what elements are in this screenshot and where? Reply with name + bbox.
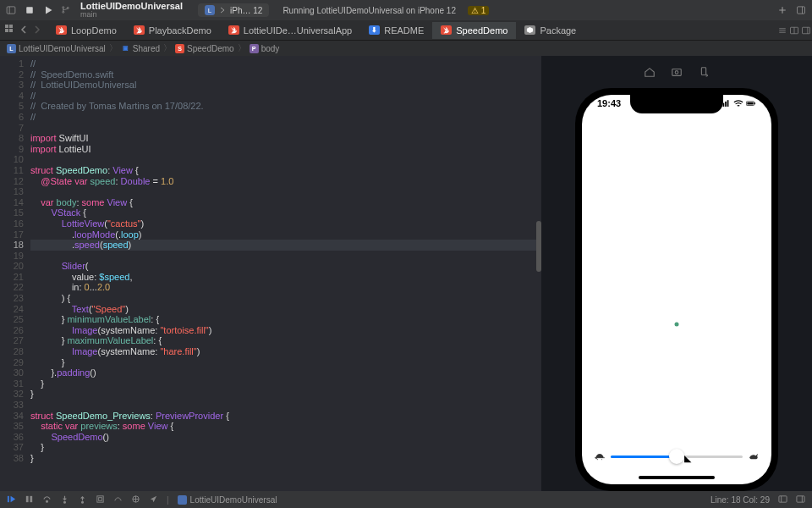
tab-label: Package — [540, 25, 576, 36]
rotate-icon[interactable] — [698, 66, 710, 80]
svg-rect-25 — [747, 102, 753, 104]
slider-thumb[interactable] — [669, 449, 684, 464]
tab-readme[interactable]: ⬇README — [360, 22, 432, 39]
stop-button[interactable] — [24, 4, 36, 16]
simulator-screen[interactable]: 19:43 ◣ — [582, 95, 771, 484]
svg-point-32 — [64, 501, 66, 503]
titlebar: LottieUIDemoUniversal main L iPh… 12 Run… — [0, 0, 812, 20]
tab-forward-button[interactable] — [32, 25, 42, 36]
scheme-selector[interactable]: L iPh… 12 — [198, 3, 269, 17]
debug-stepover-button[interactable] — [42, 494, 52, 505]
scrollbar-thumb[interactable] — [536, 221, 541, 272]
breadcrumb-item[interactable]: Pbody — [250, 44, 280, 53]
simulator-toolbar — [541, 63, 812, 83]
home-indicator[interactable] — [639, 476, 715, 479]
svg-point-33 — [82, 501, 84, 503]
svg-rect-35 — [99, 497, 102, 500]
svg-rect-17 — [672, 69, 682, 76]
branch-icon — [61, 5, 70, 16]
warning-badge[interactable]: ⚠ 1 — [468, 6, 489, 15]
tab-speeddemo[interactable]: SpeedDemo — [432, 22, 516, 39]
debug-stepout-button[interactable] — [78, 494, 87, 505]
screenshot-icon[interactable] — [671, 66, 683, 80]
simulator-pane: 19:43 ◣ — [541, 56, 812, 491]
breadcrumb-separator: 〉 — [109, 42, 118, 54]
debug-location-button[interactable] — [149, 494, 158, 505]
svg-rect-38 — [779, 495, 787, 501]
svg-rect-26 — [754, 102, 755, 104]
speed-slider[interactable] — [611, 456, 743, 458]
tab-inspector-icon[interactable] — [800, 25, 812, 36]
debug-stepin-button[interactable] — [60, 494, 69, 505]
wifi-icon — [733, 100, 743, 108]
debug-target[interactable]: LottieUIDemoUniversal — [178, 495, 277, 505]
build-status: Running LottieUIDemoUniversal on iPhone … — [283, 6, 456, 15]
tab-playbackdemo[interactable]: PlaybackDemo — [125, 22, 220, 39]
run-button[interactable] — [42, 4, 54, 16]
home-icon[interactable] — [644, 66, 656, 80]
svg-rect-9 — [5, 25, 8, 28]
svg-rect-2 — [26, 7, 33, 14]
debug-continue-button[interactable] — [7, 494, 16, 505]
mouse-cursor-icon: ◣ — [684, 453, 691, 464]
tab-label: LoopDemo — [71, 25, 117, 36]
bottom-panel-left-icon[interactable] — [778, 494, 787, 505]
cursor-position: Line: 18 Col: 29 — [710, 495, 770, 505]
code-content[interactable]: //// SpeedDemo.swift// LottieUIDemoUnive… — [30, 56, 541, 491]
prop-icon: P — [250, 44, 259, 53]
debug-bar: | LottieUIDemoUniversal Line: 18 Col: 29 — [0, 491, 812, 508]
app-icon: L — [7, 44, 16, 53]
debug-memory-button[interactable] — [113, 494, 123, 505]
scheme-device: iPh… 12 — [230, 6, 262, 15]
svg-rect-0 — [7, 7, 15, 14]
project-title[interactable]: LottieUIDemoUniversal main — [80, 2, 183, 19]
breadcrumb: LLottieUIDemoUniversal〉▣Shared〉SSpeedDem… — [0, 41, 812, 56]
svg-marker-3 — [46, 7, 52, 14]
scheme-app-icon: L — [205, 5, 215, 15]
breadcrumb-item[interactable]: LLottieUIDemoUniversal — [7, 44, 106, 53]
swift-file-icon — [441, 25, 452, 35]
debug-viewhier-button[interactable] — [96, 494, 105, 505]
breadcrumb-item[interactable]: SSpeedDemo — [175, 44, 234, 53]
svg-rect-30 — [30, 495, 32, 501]
svg-rect-23 — [727, 100, 729, 107]
svg-point-18 — [675, 71, 678, 75]
tab-nav-grid-icon[interactable] — [5, 25, 15, 36]
tab-split-icon[interactable] — [788, 25, 800, 36]
breadcrumb-separator: 〉 — [163, 42, 172, 54]
library-button[interactable] — [795, 4, 807, 16]
svg-rect-34 — [97, 495, 103, 501]
code-editor[interactable]: 1234567891011121314151617181920212223242… — [0, 56, 541, 491]
app-icon — [178, 495, 187, 505]
svg-rect-29 — [26, 495, 29, 501]
tab-package[interactable]: Package — [516, 22, 584, 39]
battery-icon — [746, 100, 756, 108]
svg-marker-37 — [151, 495, 156, 501]
svg-point-4 — [63, 6, 64, 8]
svg-rect-27 — [8, 495, 9, 501]
svg-rect-12 — [9, 29, 13, 32]
breadcrumb-item[interactable]: ▣Shared — [121, 44, 160, 53]
tab-back-button[interactable] — [19, 25, 29, 36]
swift-file-icon — [134, 25, 145, 35]
svg-point-31 — [47, 500, 48, 502]
svg-rect-7 — [798, 7, 805, 14]
tab-adjust-icon[interactable] — [776, 25, 788, 36]
lottie-preview — [675, 323, 679, 327]
debug-env-button[interactable] — [131, 494, 140, 505]
tab-lottieuideuniversalapp[interactable]: LottieUIDe…UniversalApp — [220, 22, 360, 39]
status-time: 19:43 — [597, 98, 621, 108]
svg-rect-11 — [5, 29, 8, 32]
tab-loopdemo[interactable]: LoopDemo — [47, 22, 125, 39]
navigator-toggle-icon[interactable] — [5, 4, 17, 16]
slider-fill — [611, 456, 677, 458]
tortoise-icon — [594, 452, 606, 461]
speed-slider-row — [594, 452, 760, 461]
bottom-panel-right-icon[interactable] — [796, 494, 805, 505]
line-gutter: 1234567891011121314151617181920212223242… — [0, 56, 30, 491]
tab-label: SpeedDemo — [456, 25, 508, 36]
add-tab-button[interactable] — [776, 4, 788, 16]
hare-icon — [748, 452, 760, 461]
simulator-device: 19:43 ◣ — [575, 88, 778, 491]
debug-pause-button[interactable] — [25, 494, 34, 505]
